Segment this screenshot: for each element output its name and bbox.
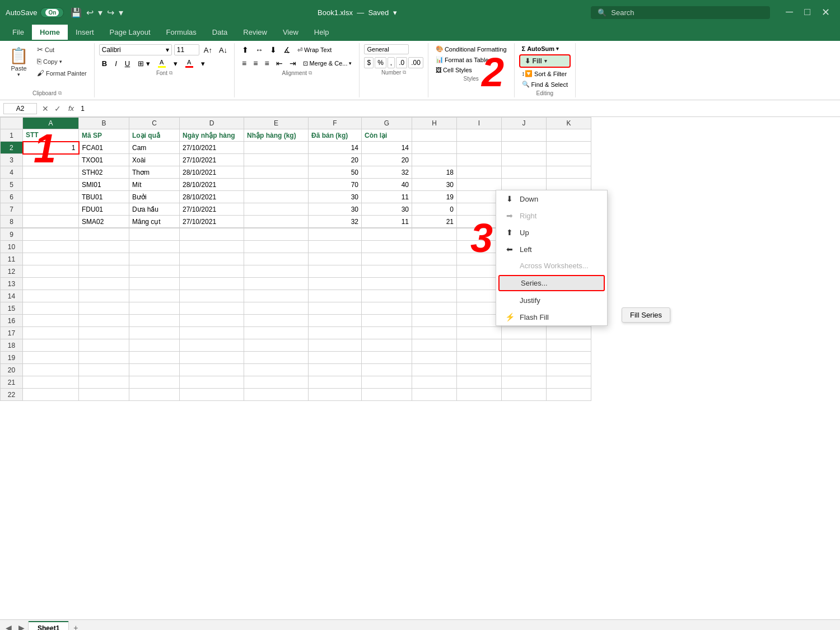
cell-i6[interactable] (457, 191, 502, 203)
flash-fill-item[interactable]: ⚡ Flash Fill (496, 309, 607, 325)
cell-h5[interactable]: 30 (412, 179, 457, 191)
autosum-button[interactable]: Σ AutoSum ▾ (519, 44, 571, 53)
row-header-10[interactable]: 10 (1, 241, 23, 253)
cell-j3[interactable] (502, 154, 547, 166)
comma-btn[interactable]: , (388, 57, 395, 68)
cell-i8[interactable] (457, 216, 502, 228)
cell-21-4[interactable] (244, 376, 309, 389)
cell-a2[interactable]: 1 (23, 142, 79, 154)
currency-btn[interactable]: $ (364, 57, 374, 68)
cell-h1[interactable] (412, 129, 457, 142)
cell-e1[interactable]: Nhập hàng (kg) (244, 129, 309, 142)
cell-17-9[interactable] (502, 327, 547, 339)
cell-13-5[interactable] (309, 278, 362, 290)
col-header-b[interactable]: B (79, 118, 129, 129)
cell-10-2[interactable] (129, 241, 180, 253)
merge-center-button[interactable]: ⊡ Merge & Ce... ▾ (300, 58, 355, 69)
paste-dropdown-arrow[interactable]: ▾ (17, 72, 20, 77)
cell-a1[interactable]: STT (23, 129, 79, 142)
cell-c7[interactable]: Dưa hầu (129, 203, 180, 216)
row-header-19[interactable]: 19 (1, 352, 23, 364)
cell-12-2[interactable] (129, 265, 180, 278)
autosave-toggle[interactable]: On (40, 7, 64, 18)
cell-b8[interactable]: SMA02 (79, 216, 129, 228)
cell-b5[interactable]: SMI01 (79, 179, 129, 191)
tab-review[interactable]: Review (235, 25, 275, 41)
cell-a5[interactable] (23, 179, 79, 191)
cell-17-7[interactable] (412, 327, 457, 339)
cell-17-2[interactable] (129, 327, 180, 339)
bold-button[interactable]: B (99, 58, 110, 69)
cell-f6[interactable]: 30 (309, 191, 362, 203)
cell-15-2[interactable] (129, 302, 180, 315)
cell-a7[interactable] (23, 203, 79, 216)
tab-help[interactable]: Help (306, 25, 337, 41)
cell-c4[interactable]: Thơm (129, 166, 180, 179)
cell-10-3[interactable] (180, 241, 244, 253)
cell-f4[interactable]: 50 (309, 166, 362, 179)
fill-down-item[interactable]: ⬇ Down (496, 190, 607, 207)
cell-20-7[interactable] (412, 364, 457, 376)
cell-10-1[interactable] (79, 241, 129, 253)
row-header-7[interactable]: 7 (1, 203, 23, 216)
cell-13-2[interactable] (129, 278, 180, 290)
copy-dropdown[interactable]: ▾ (59, 59, 62, 64)
sheet-nav-left[interactable]: ◀ (2, 623, 15, 631)
cell-19-1[interactable] (79, 352, 129, 364)
fill-right-item[interactable]: ➡ Right (496, 207, 607, 224)
cell-16-8[interactable] (457, 315, 502, 327)
cell-h7[interactable]: 0 (412, 203, 457, 216)
merge-dropdown[interactable]: ▾ (349, 60, 352, 66)
cut-button[interactable]: ✂ Cut (34, 44, 90, 55)
cell-h3[interactable] (412, 154, 457, 166)
wrap-text-button[interactable]: ⏎ Wrap Text (295, 44, 334, 55)
cell-13-0[interactable] (23, 278, 79, 290)
cell-16-6[interactable] (362, 315, 412, 327)
cell-22-6[interactable] (362, 389, 412, 401)
cell-14-2[interactable] (129, 290, 180, 302)
cell-13-3[interactable] (180, 278, 244, 290)
row-header-4[interactable]: 4 (1, 166, 23, 179)
cell-9-6[interactable] (362, 228, 412, 241)
cell-12-3[interactable] (180, 265, 244, 278)
col-header-a[interactable]: A (23, 118, 79, 129)
cell-e7[interactable] (244, 203, 309, 216)
cell-f3[interactable]: 20 (309, 154, 362, 166)
cell-13-6[interactable] (362, 278, 412, 290)
cell-12-7[interactable] (412, 265, 457, 278)
cell-h6[interactable]: 19 (412, 191, 457, 203)
cell-20-4[interactable] (244, 364, 309, 376)
cell-18-5[interactable] (309, 339, 362, 352)
align-middle-btn[interactable]: ↔ (253, 44, 266, 55)
customize-icon[interactable]: ▾ (119, 7, 123, 18)
cell-22-0[interactable] (23, 389, 79, 401)
cell-9-8[interactable] (457, 228, 502, 241)
cell-14-8[interactable] (457, 290, 502, 302)
alignment-expand-icon[interactable]: ⧉ (309, 70, 312, 76)
cell-22-3[interactable] (180, 389, 244, 401)
cell-14-3[interactable] (180, 290, 244, 302)
cell-15-4[interactable] (244, 302, 309, 315)
cell-c3[interactable]: Xoài (129, 154, 180, 166)
cell-15-8[interactable] (457, 302, 502, 315)
cell-d6[interactable]: 28/10/2021 (180, 191, 244, 203)
row-header-9[interactable]: 9 (1, 228, 23, 241)
fill-dropdown[interactable]: ▾ (544, 58, 547, 64)
cell-9-5[interactable] (309, 228, 362, 241)
cell-17-1[interactable] (79, 327, 129, 339)
cell-16-5[interactable] (309, 315, 362, 327)
cell-12-0[interactable] (23, 265, 79, 278)
redo-icon[interactable]: ↪ (107, 7, 114, 18)
cell-d5[interactable]: 28/10/2021 (180, 179, 244, 191)
col-header-j[interactable]: J (502, 118, 547, 129)
col-header-c[interactable]: C (129, 118, 180, 129)
tab-formulas[interactable]: Formulas (158, 25, 204, 41)
cell-17-4[interactable] (244, 327, 309, 339)
cell-12-8[interactable] (457, 265, 502, 278)
cell-e8[interactable] (244, 216, 309, 228)
cell-13-8[interactable] (457, 278, 502, 290)
cell-k5[interactable] (547, 179, 591, 191)
cell-g5[interactable]: 40 (362, 179, 412, 191)
cell-18-6[interactable] (362, 339, 412, 352)
cell-16-2[interactable] (129, 315, 180, 327)
